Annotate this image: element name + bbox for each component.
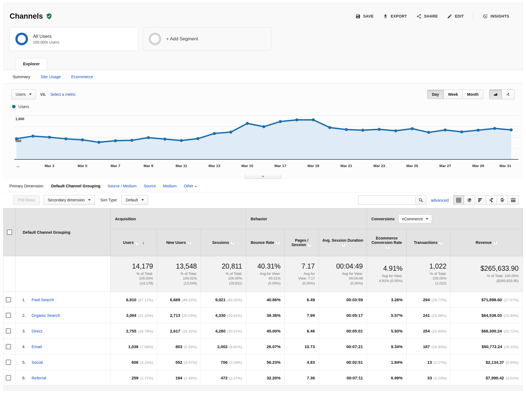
channel-link[interactable]: Email — [32, 344, 42, 349]
subtab-ecommerce[interactable]: Ecommerce — [71, 74, 93, 79]
column-header-bounce-rate[interactable]: Bounce Rate? — [246, 229, 285, 256]
chart-collapse-button[interactable] — [245, 174, 281, 179]
data-point[interactable] — [295, 119, 298, 122]
row-checkbox[interactable] — [6, 344, 11, 349]
channel-link[interactable]: Direct — [32, 329, 42, 333]
row-checkbox[interactable] — [6, 328, 11, 334]
share-button[interactable]: SHARE — [416, 14, 438, 19]
column-header-transactions[interactable]: Transactions? — [407, 229, 451, 256]
select-all-checkbox[interactable] — [7, 230, 12, 235]
data-point[interactable] — [97, 141, 100, 144]
help-icon[interactable]: ? — [187, 241, 192, 245]
advanced-search-link[interactable]: advanced — [431, 198, 449, 202]
data-point[interactable] — [32, 135, 35, 138]
insights-button[interactable]: INSIGHTS — [483, 14, 509, 19]
data-point[interactable] — [427, 131, 430, 134]
dimension-source-link[interactable]: Source — [144, 184, 156, 188]
column-header-new-users[interactable]: New Users? — [157, 229, 201, 256]
data-point[interactable] — [196, 137, 199, 140]
data-point[interactable] — [411, 127, 414, 130]
data-point[interactable] — [510, 128, 513, 131]
table-search-input[interactable] — [358, 195, 415, 205]
line-chart-view-button[interactable] — [489, 89, 502, 99]
granularity-week-button[interactable]: Week — [444, 90, 463, 99]
export-button[interactable]: EXPORT — [383, 14, 407, 19]
data-point[interactable] — [213, 132, 216, 135]
data-point[interactable] — [229, 131, 232, 134]
data-point[interactable] — [180, 139, 183, 142]
data-point[interactable] — [394, 129, 397, 132]
help-icon[interactable]: ? — [307, 243, 312, 247]
column-header-sessions[interactable]: Sessions? — [201, 229, 246, 256]
data-point[interactable] — [64, 137, 67, 140]
data-point[interactable] — [114, 139, 117, 142]
dimension-other-link[interactable]: Other — [184, 184, 197, 188]
row-checkbox[interactable] — [6, 360, 11, 365]
channel-link[interactable]: Organic Search — [32, 313, 60, 318]
comparison-view-button[interactable] — [486, 195, 497, 205]
data-point[interactable] — [345, 128, 348, 131]
add-segment-button[interactable]: + Add Segment — [143, 27, 271, 51]
select-metric-link[interactable]: Select a metric — [50, 92, 76, 97]
data-point[interactable] — [147, 136, 150, 139]
data-point[interactable] — [460, 130, 463, 133]
help-icon[interactable]: ? — [493, 241, 497, 245]
secondary-dimension-dropdown[interactable]: Secondary dimension — [44, 195, 95, 205]
channel-link[interactable]: Paid Search — [32, 297, 54, 302]
column-header-pages-session[interactable]: Pages / Session? — [285, 229, 319, 256]
help-icon[interactable]: ? — [385, 245, 390, 249]
column-header-users[interactable]: Users?↓ — [111, 229, 157, 256]
edit-button[interactable]: EDIT — [447, 14, 464, 19]
term-cloud-view-button[interactable] — [497, 195, 508, 205]
data-point[interactable] — [312, 118, 315, 121]
save-button[interactable]: SAVE — [355, 14, 374, 19]
help-icon[interactable]: ? — [230, 241, 235, 245]
plot-rows-button[interactable]: Plot Rows — [13, 195, 40, 205]
data-point[interactable] — [378, 128, 381, 131]
conversions-type-dropdown[interactable]: eCommerce — [398, 215, 432, 223]
column-header-ecommerce-conversion-rate[interactable]: Ecommerce Conversion Rate? — [367, 229, 407, 256]
pivot-view-button[interactable] — [508, 195, 519, 205]
dimension-medium-link[interactable]: Medium — [163, 184, 177, 188]
data-point[interactable] — [163, 138, 166, 141]
data-point[interactable] — [477, 129, 480, 132]
cell-ecommerce-conversion-rate: 1.84% — [367, 354, 407, 370]
data-point[interactable] — [48, 136, 51, 139]
search-button[interactable] — [415, 195, 426, 205]
data-table-view-button[interactable] — [453, 195, 464, 205]
help-icon[interactable]: ? — [439, 241, 443, 245]
sort-type-dropdown[interactable]: Default — [121, 195, 148, 205]
data-point[interactable] — [262, 125, 265, 128]
granularity-month-button[interactable]: Month — [463, 90, 483, 99]
data-point[interactable] — [130, 139, 133, 142]
row-checkbox[interactable] — [6, 375, 11, 380]
segment-all-users[interactable]: All Users 100.00% Users — [10, 27, 138, 51]
dimension-default-channel-grouping[interactable]: Default Channel Grouping — [51, 184, 101, 188]
performance-view-button[interactable] — [475, 195, 486, 205]
data-point[interactable] — [279, 120, 282, 123]
value: 45.00% — [267, 329, 281, 333]
help-icon[interactable]: ? — [276, 241, 280, 245]
granularity-day-button[interactable]: Day — [427, 90, 444, 99]
data-point[interactable] — [246, 122, 249, 125]
column-header-avg-session-duration[interactable]: Avg. Session Duration? — [319, 229, 367, 256]
metric-dropdown[interactable]: Users — [12, 89, 36, 99]
data-point[interactable] — [444, 128, 447, 131]
data-point[interactable] — [361, 129, 364, 132]
percentage-view-button[interactable] — [464, 195, 475, 205]
motion-chart-view-button[interactable] — [502, 89, 514, 99]
data-point[interactable] — [493, 127, 496, 130]
channel-link[interactable]: Referral — [32, 376, 46, 380]
help-icon[interactable]: ? — [135, 241, 139, 245]
tab-explorer[interactable]: Explorer — [16, 58, 47, 70]
column-header-revenue[interactable]: Revenue? — [451, 229, 523, 256]
row-checkbox[interactable] — [6, 297, 11, 302]
data-point[interactable] — [328, 126, 331, 129]
subtab-summary[interactable]: Summary — [13, 74, 30, 79]
help-icon[interactable]: ? — [341, 243, 346, 247]
subtab-site-usage[interactable]: Site Usage — [41, 74, 61, 79]
dimension-source-medium-link[interactable]: Source / Medium — [108, 184, 137, 188]
row-checkbox[interactable] — [6, 313, 11, 318]
data-point[interactable] — [81, 138, 84, 141]
channel-link[interactable]: Social — [32, 360, 43, 365]
